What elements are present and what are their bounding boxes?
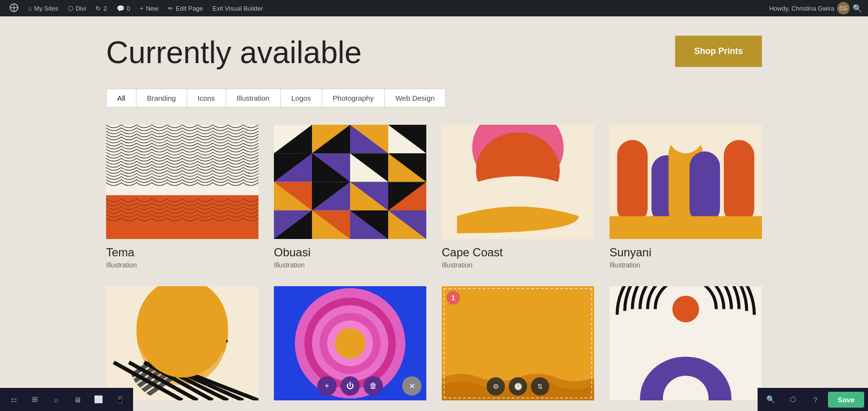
portfolio-thumb-row2-3: 1 ⚙ 🕐 ⇅ xyxy=(442,286,594,400)
portfolio-category-cape-coast: Illustration xyxy=(442,261,594,269)
divi-icon: ⬡ xyxy=(68,5,73,12)
filter-tab-web-design[interactable]: Web Design xyxy=(385,89,445,107)
wp-icon xyxy=(10,3,18,13)
portfolio-thumb-tema xyxy=(106,125,258,239)
my-sites-button[interactable]: ⌂ My Sites xyxy=(24,0,62,16)
portfolio-thumb-cape-coast xyxy=(442,125,594,239)
svg-rect-41 xyxy=(617,140,648,224)
filter-tabs: All Branding Icons Illustration Logos Ph… xyxy=(106,89,446,107)
home-icon: ⌂ xyxy=(28,5,32,12)
shop-prints-button[interactable]: Shop Prints xyxy=(675,36,762,67)
filter-tab-branding[interactable]: Branding xyxy=(136,89,187,107)
portfolio-name-obuasi: Obuasi xyxy=(274,246,426,259)
divi-button[interactable]: ⬡ Divi xyxy=(64,0,90,16)
help-icon[interactable]: ? xyxy=(806,390,825,409)
comments-icon: 💬 xyxy=(117,5,124,12)
wireframe-icon[interactable]: ⚏ xyxy=(4,390,23,409)
portfolio-category-obuasi: Illustration xyxy=(274,261,426,269)
new-button[interactable]: + New xyxy=(136,0,163,16)
close-module-button[interactable]: ✕ xyxy=(402,376,421,396)
portfolio-category-tema: Illustration xyxy=(106,261,258,269)
search-builder-icon[interactable]: ⌕ xyxy=(46,390,66,409)
portfolio-thumb-row2-1 xyxy=(106,286,258,400)
action-bar: + ⏻ 🗑 xyxy=(317,376,383,396)
layers-icon[interactable]: ⬡ xyxy=(784,390,803,409)
filter-tab-photography[interactable]: Photography xyxy=(322,89,385,107)
portfolio-category-sunyani: Illustration xyxy=(610,261,762,269)
portfolio-name-sunyani: Sunyani xyxy=(610,246,762,259)
svg-rect-46 xyxy=(610,216,762,239)
portfolio-item-row2-3[interactable]: 1 ⚙ 🕐 ⇅ xyxy=(442,286,594,407)
delete-module-button[interactable]: 🗑 xyxy=(364,376,383,396)
portfolio-item-tema[interactable]: Tema Illustration xyxy=(106,125,258,269)
filter-tab-illustration[interactable]: Illustration xyxy=(226,89,281,107)
grid-icon[interactable]: ⊞ xyxy=(25,390,44,409)
zoom-icon[interactable]: 🔍 xyxy=(761,390,781,409)
portfolio-name-cape-coast: Cape Coast xyxy=(442,246,594,259)
svg-rect-44 xyxy=(690,152,720,224)
exit-builder-button[interactable]: Exit Visual Builder xyxy=(209,0,267,16)
builder-bar-right: 🔍 ⬡ ? Save xyxy=(758,388,868,411)
portfolio-thumb-row2-2: + ⏻ 🗑 ✕ xyxy=(274,286,426,400)
filter-tab-logos[interactable]: Logos xyxy=(281,89,322,107)
search-icon[interactable]: 🔍 xyxy=(853,4,862,13)
portfolio-item-obuasi[interactable]: Obuasi Illustration xyxy=(274,125,426,269)
sort-button[interactable]: ⇅ xyxy=(531,377,549,396)
svg-point-71 xyxy=(342,336,358,351)
plus-icon: + xyxy=(140,5,144,12)
portfolio-item-sunyani[interactable]: Sunyani Illustration xyxy=(610,125,762,269)
svg-rect-45 xyxy=(724,140,754,224)
builder-bar-left: ⚏ ⊞ ⌕ 🖥 ⬜ 📱 xyxy=(0,388,133,411)
portfolio-name-tema: Tema xyxy=(106,246,258,259)
pencil-icon: ✏ xyxy=(168,5,173,12)
desktop-icon[interactable]: 🖥 xyxy=(68,390,87,409)
main-content: Currently available Shop Prints All Bran… xyxy=(0,16,868,411)
portfolio-thumb-row2-4 xyxy=(610,286,762,400)
page-header: Currently available Shop Prints xyxy=(106,36,762,69)
portfolio-item-cape-coast[interactable]: Cape Coast Illustration xyxy=(442,125,594,269)
portfolio-grid: Tema Illustration xyxy=(106,125,762,407)
filter-tab-icons[interactable]: Icons xyxy=(187,89,226,107)
clock-button[interactable]: 🕐 xyxy=(509,377,527,396)
updates-button[interactable]: ↻ 2 xyxy=(92,0,110,16)
gear-bar: ⚙ 🕐 ⇅ xyxy=(487,377,549,396)
portfolio-item-row2-4[interactable] xyxy=(610,286,762,407)
add-module-button[interactable]: + xyxy=(317,376,337,396)
admin-bar-right: Howdy, Christina Gwira CG 🔍 xyxy=(769,2,862,14)
avatar: CG xyxy=(837,2,850,14)
comments-button[interactable]: 💬 0 xyxy=(113,0,134,16)
settings-button[interactable]: ⚙ xyxy=(487,377,505,396)
page-title: Currently available xyxy=(106,36,362,69)
admin-bar: ⌂ My Sites ⬡ Divi ↻ 2 💬 0 + New ✏ Edit P… xyxy=(0,0,868,16)
tablet-icon[interactable]: ⬜ xyxy=(89,390,108,409)
edit-page-button[interactable]: ✏ Edit Page xyxy=(164,0,206,16)
updates-icon: ↻ xyxy=(95,5,101,12)
wp-logo-button[interactable] xyxy=(6,0,22,16)
filter-tab-all[interactable]: All xyxy=(107,89,136,107)
toggle-module-button[interactable]: ⏻ xyxy=(340,376,360,396)
portfolio-thumb-obuasi xyxy=(274,125,426,239)
mobile-icon[interactable]: 📱 xyxy=(110,390,129,409)
portfolio-thumb-sunyani xyxy=(610,125,762,239)
save-button[interactable]: Save xyxy=(828,392,864,408)
svg-point-74 xyxy=(672,296,699,322)
portfolio-item-row2-2[interactable]: + ⏻ 🗑 ✕ xyxy=(274,286,426,407)
